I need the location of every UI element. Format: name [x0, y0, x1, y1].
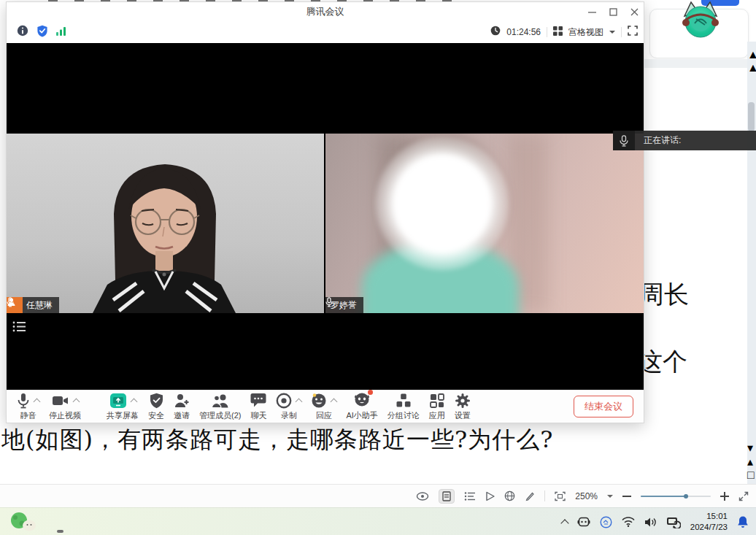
info-icon[interactable]: [17, 25, 28, 39]
chevron-up-icon[interactable]: [331, 399, 338, 406]
taskbar-time: 15:01: [690, 511, 728, 522]
zoom-in-button[interactable]: [720, 492, 729, 501]
invite-button[interactable]: 邀请: [174, 393, 190, 421]
video-tile-participant-2[interactable]: 罗婷誉: [325, 134, 644, 313]
scroll-top-icons[interactable]: ▲ ▲: [747, 48, 756, 74]
desktop-pet-icon[interactable]: [9, 510, 41, 535]
zoom-slider[interactable]: [641, 492, 711, 501]
panel-divider: [644, 59, 747, 68]
outline-icon[interactable]: [464, 491, 476, 501]
document-text-fragment: 周长: [639, 282, 689, 307]
chat-icon: [250, 393, 266, 408]
separator: [547, 27, 547, 37]
control-label: 聊天: [250, 410, 266, 421]
windows-taskbar: 15:01 2024/7/23: [0, 507, 756, 535]
participant-name: 罗婷誉: [331, 299, 357, 312]
document-right-panel: [644, 0, 756, 484]
close-button[interactable]: [629, 7, 639, 17]
stop-video-button[interactable]: 停止视频: [49, 393, 81, 421]
document-text-fragment: 这个: [638, 349, 687, 374]
apps-button[interactable]: 应用: [429, 393, 445, 421]
tray-robot-icon[interactable]: [577, 516, 590, 528]
participant-1-portrait: [7, 134, 324, 313]
chat-button[interactable]: 聊天: [250, 393, 266, 421]
fit-screen-icon[interactable]: [555, 491, 566, 501]
breakout-icon: [396, 393, 412, 409]
pen-icon[interactable]: [525, 491, 535, 501]
control-label: 录制: [281, 410, 297, 421]
mute-button[interactable]: 静音: [17, 393, 39, 421]
fullscreen-icon[interactable]: [628, 26, 638, 39]
participant-1-nametag: 任慧琳: [7, 297, 59, 313]
ai-assistant-button[interactable]: AI小助手: [346, 393, 377, 421]
meeting-duration: 01:24:56: [506, 27, 541, 37]
expand-fullscreen-icon[interactable]: [738, 491, 749, 501]
control-label: AI小助手: [346, 410, 377, 421]
separator: [621, 27, 622, 37]
end-meeting-button[interactable]: 结束会议: [574, 396, 633, 417]
chevron-up-icon[interactable]: [130, 399, 137, 406]
control-label: 管理成员(2): [199, 410, 241, 421]
chevron-down-icon[interactable]: [609, 31, 615, 34]
mic-icon: [7, 297, 14, 307]
reactions-button[interactable]: 回应: [311, 393, 336, 421]
meeting-control-bar: 静音 停止视频 共享屏幕 安全 邀请: [7, 390, 644, 423]
view-mode-button[interactable]: 宫格视图: [568, 26, 603, 39]
control-label: 邀请: [174, 410, 190, 421]
taskbar-clock[interactable]: 15:01 2024/7/23: [690, 511, 728, 533]
control-label: 静音: [20, 410, 36, 421]
members-icon: [211, 393, 230, 409]
control-label: 安全: [148, 410, 164, 421]
control-label: 停止视频: [49, 410, 81, 421]
bell-icon[interactable]: [737, 515, 749, 528]
play-icon[interactable]: [485, 491, 495, 501]
tray-app-circle-icon[interactable]: [600, 516, 612, 528]
control-label: 应用: [429, 410, 445, 421]
record-button[interactable]: 录制: [276, 393, 301, 421]
maximize-button[interactable]: [608, 7, 618, 17]
tablet-sync-icon[interactable]: [666, 516, 681, 528]
taskbar-date: 2024/7/23: [690, 522, 728, 533]
video-area: 任慧琳 罗婷誉: [7, 43, 644, 390]
share-screen-icon: [109, 393, 127, 409]
document-bottom-toolbar: 250%: [0, 484, 756, 507]
apps-icon: [429, 393, 445, 409]
chevron-up-icon[interactable]: [72, 399, 80, 406]
react-icon: [311, 393, 327, 409]
page-view-button[interactable]: [439, 489, 455, 504]
manage-members-button[interactable]: 管理成员(2): [199, 393, 241, 421]
settings-button[interactable]: 设置: [455, 393, 471, 421]
chevron-up-icon[interactable]: [34, 399, 41, 406]
camera-icon: [52, 394, 69, 407]
chevron-up-icon[interactable]: [296, 399, 303, 406]
shield-icon: [150, 393, 163, 409]
speaker-icon[interactable]: [644, 517, 657, 528]
security-button[interactable]: 安全: [148, 393, 164, 421]
video-tile-participant-1[interactable]: 任慧琳: [7, 134, 324, 313]
globe-icon[interactable]: [504, 490, 515, 501]
invite-icon: [174, 393, 190, 409]
wifi-icon[interactable]: [622, 517, 635, 527]
eye-icon[interactable]: [416, 491, 429, 501]
zoom-level[interactable]: 250%: [575, 491, 598, 501]
slider-knob[interactable]: [684, 494, 688, 499]
mic-icon: [17, 393, 30, 409]
tray-overflow-chevron-icon[interactable]: [560, 519, 568, 527]
scrollbar-thumb[interactable]: [748, 102, 755, 131]
zoom-out-button[interactable]: [622, 495, 631, 498]
network-signal-icon[interactable]: [56, 26, 66, 39]
zoom-dropdown-icon[interactable]: [607, 495, 613, 498]
document-text-line: 地(如图)，有两条路可走，走哪条路近一些?为什么?: [1, 424, 553, 456]
participant-2-blurred-face: [375, 136, 509, 271]
meeting-window: 腾讯会议: [6, 1, 644, 423]
mascot-avatar-icon[interactable]: [679, 0, 722, 39]
speaking-indicator: 正在讲话:: [613, 131, 756, 150]
share-screen-button[interactable]: 共享屏幕: [107, 393, 139, 421]
participant-2-nametag: 罗婷誉: [325, 297, 363, 313]
shield-check-icon[interactable]: [36, 25, 48, 40]
breakout-rooms-button[interactable]: 分组讨论: [387, 393, 420, 421]
member-list-toggle-icon[interactable]: [12, 320, 27, 336]
minimize-button[interactable]: [587, 7, 597, 17]
meeting-titlebar[interactable]: 腾讯会议: [7, 2, 644, 21]
control-label: 共享屏幕: [107, 410, 139, 421]
